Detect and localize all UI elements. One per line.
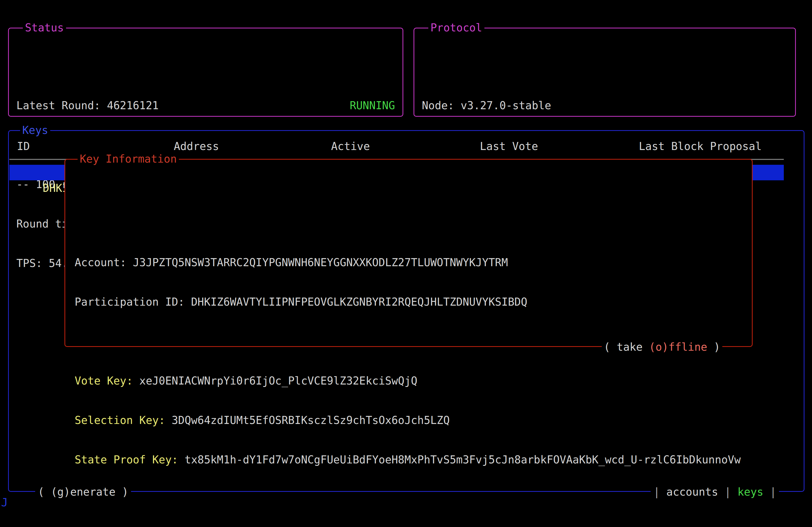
state-proof-key-label: State Proof Key: (75, 452, 185, 467)
status-panel-title: Status (23, 21, 66, 35)
key-information-modal: Key Information Account: J3JPZTQ5NSW3TAR… (64, 159, 753, 347)
take-offline-button[interactable]: ( take (o)ffline ) (602, 340, 723, 354)
column-header-active: Active (331, 139, 370, 154)
key-information-title: Key Information (77, 152, 179, 166)
latest-round-text: Latest Round: 46216121 (16, 98, 159, 113)
offline-button-prefix: ( take (604, 341, 649, 353)
node-version-text: Node: v3.27.0-stable (422, 98, 551, 113)
selection-key-label: Selection Key: (75, 413, 172, 428)
keys-panel-title: Keys (20, 123, 50, 137)
protocol-panel: Protocol Node: v3.27.0-stable Network: m… (414, 28, 796, 117)
offline-button-suffix: ) (707, 341, 720, 353)
column-header-id: ID (17, 139, 30, 154)
stray-glyph: J (1, 496, 8, 509)
participation-id-value: DHKIZ6WAVTYLIIPNFPEOVGLKZGNBYRI2RQEQJHLT… (191, 295, 527, 310)
status-panel: Status Latest Round: 46216121 RUNNING --… (8, 28, 403, 117)
vote-key-value: xeJ0ENIACWNrpYi0r6IjOc_PlcVCE9lZ32EkciSw… (139, 374, 418, 388)
column-header-last-vote: Last Vote (480, 139, 538, 154)
tab-separator: | (764, 486, 776, 498)
protocol-panel-title: Protocol (428, 21, 484, 35)
vote-key-label: Vote Key: (75, 374, 139, 388)
column-header-address: Address (174, 139, 219, 154)
column-header-last-block-proposal: Last Block Proposal (639, 139, 762, 154)
selection-key-value: 3DQw64zdIUMt5EfOSRBIKsczlSz9chTsOx6oJch5… (172, 413, 450, 428)
blank-line (75, 492, 752, 507)
account-value: J3JPZTQ5NSW3TARRC2QIYPGNWNH6NEYGGNXXKODL… (133, 255, 508, 270)
run-state-badge: RUNNING (350, 98, 395, 113)
state-proof-key-value: tx85kM1h-dY1Fd7w7oNCgFUeUiBdFYoeH8MxPhTv… (185, 452, 741, 467)
account-label: Account: (75, 255, 133, 270)
participation-id-label: Participation ID: (75, 295, 191, 310)
offline-hotkey: (o)ffline (649, 341, 707, 353)
